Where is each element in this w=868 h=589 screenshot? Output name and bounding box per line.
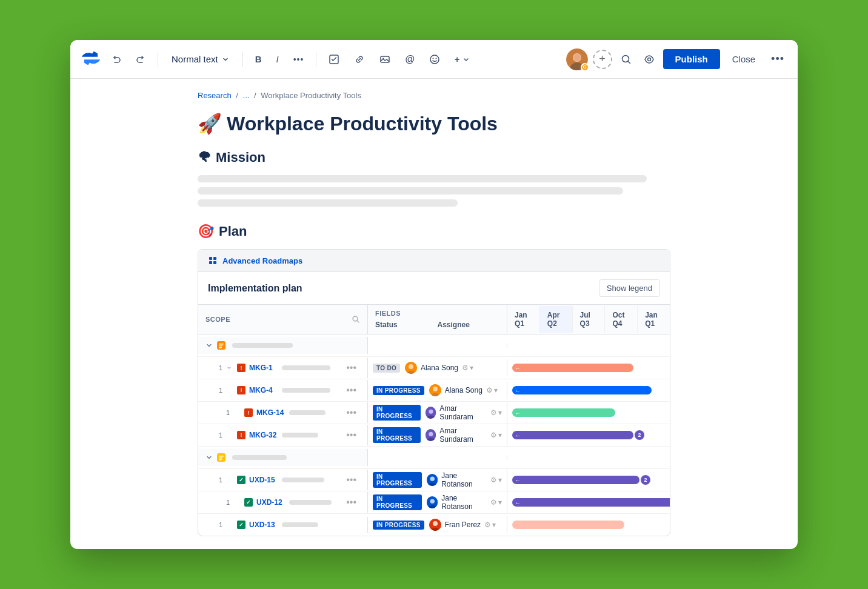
uxd-15-timeline: ← 2: [507, 469, 670, 491]
mkg-1-scope: 1 ! MKG-1 •••: [198, 358, 368, 378]
content-area: Research / ... / Workplace Productivity …: [161, 79, 707, 549]
row-mkg-14: 1 ! MKG-14 ••• IN PROGRESS: [198, 402, 670, 424]
mkg-32-more-button[interactable]: •••: [342, 428, 360, 442]
mkg-1-assignee-controls: ⚙ ▾: [462, 364, 473, 372]
italic-button[interactable]: I: [272, 50, 284, 68]
mention-button[interactable]: @: [400, 50, 419, 68]
mkg-1-more-button[interactable]: •••: [342, 361, 360, 374]
uxd-13-key[interactable]: UXD-13: [249, 521, 278, 529]
redo-button[interactable]: [131, 51, 150, 68]
user-avatar-wrap[interactable]: G: [566, 48, 588, 70]
mkg-4-more-button[interactable]: •••: [342, 384, 360, 397]
undo-button[interactable]: [107, 51, 126, 68]
mkg-1-expand[interactable]: [226, 365, 232, 371]
uxd-15-more-button[interactable]: •••: [342, 473, 360, 487]
scope-search-icon[interactable]: [352, 315, 360, 324]
mission-content: [198, 175, 670, 207]
avatar-badge: G: [581, 63, 589, 72]
roadmap-table: SCOPE FIELDS Status Assignee: [198, 305, 670, 536]
confluence-logo: [80, 47, 102, 72]
bold-button[interactable]: B: [250, 50, 267, 68]
toolbar: Normal text B I •••: [70, 40, 798, 79]
row-mkg-32: 1 ! MKG-32 ••• IN PROGRESS: [198, 424, 670, 447]
quarter-1: Jan Q1: [507, 306, 540, 333]
uxd-12-more-button[interactable]: •••: [342, 496, 360, 509]
add-more-button[interactable]: +: [450, 51, 474, 68]
text-style-button[interactable]: Normal text: [165, 50, 235, 68]
uxd-15-status: IN PROGRESS: [373, 472, 422, 488]
mkg-4-timeline: ←: [507, 379, 670, 401]
plan-emoji: 🎯: [198, 224, 214, 239]
add-collaborator-button[interactable]: +: [593, 50, 612, 69]
breadcrumb-part-1[interactable]: Research: [198, 91, 232, 100]
quarter-4: Oct Q4: [605, 306, 638, 333]
mkg-32-key[interactable]: MKG-32: [249, 431, 278, 439]
mkg-4-key[interactable]: MKG-4: [249, 386, 278, 394]
roadmap-header-title: Advanced Roadmaps: [222, 256, 302, 265]
group-2-scope: [198, 449, 368, 466]
mkg-32-title-bar: [282, 433, 318, 438]
svg-point-26: [433, 387, 438, 391]
uxd-15-settings-btn[interactable]: ⚙: [490, 476, 497, 484]
mkg-4-chevron-btn[interactable]: ▾: [494, 386, 498, 394]
uxd-15-chevron-btn[interactable]: ▾: [498, 476, 502, 484]
roadmap-icon: [208, 256, 218, 265]
mkg-14-key[interactable]: MKG-14: [256, 408, 285, 417]
mkg-32-bar: ← 2: [512, 431, 633, 439]
image-button[interactable]: [375, 50, 395, 68]
row-uxd-15: 1 ✓ UXD-15 ••• IN PROGRESS: [198, 469, 670, 491]
watch-button[interactable]: [640, 50, 658, 68]
mkg-4-settings-btn[interactable]: ⚙: [486, 386, 493, 394]
svg-point-39: [430, 476, 434, 481]
uxd-15-assignee-cell: Jane Rotanson ⚙ ▾: [422, 471, 502, 488]
mkg-14-settings-btn[interactable]: ⚙: [490, 408, 497, 417]
link-button[interactable]: [349, 50, 370, 68]
title-text: Workplace Productivity Tools: [227, 113, 498, 135]
toolbar-right: G + Publish Close •••: [566, 48, 788, 70]
mkg-1-key[interactable]: MKG-1: [249, 364, 278, 372]
toolbar-divider-2: [242, 52, 243, 67]
uxd-15-assignee-avatar: [427, 474, 438, 486]
uxd-13-assignee-avatar: [429, 519, 441, 531]
uxd-13-settings-btn[interactable]: ⚙: [484, 521, 491, 529]
mkg-1-chevron-btn[interactable]: ▾: [470, 364, 473, 372]
uxd-13-fields: IN PROGRESS Fran Perez ⚙ ▾: [368, 516, 507, 533]
group-1-scope: [198, 337, 368, 354]
mkg-32-chevron-btn[interactable]: ▾: [498, 431, 502, 439]
expand-icon-2[interactable]: [205, 454, 213, 461]
quarter-2: Apr Q2: [540, 306, 573, 333]
timeline-header: Jan Q1 Apr Q2 Jul Q3 Oct Q4 Jan Q1: [507, 305, 670, 334]
uxd-12-key[interactable]: UXD-12: [256, 498, 285, 507]
uxd-12-settings-btn[interactable]: ⚙: [490, 498, 497, 507]
task-button[interactable]: [324, 50, 344, 68]
uxd-12-status: IN PROGRESS: [373, 494, 422, 510]
uxd-12-chevron-btn[interactable]: ▾: [498, 498, 502, 507]
mkg-1-settings-btn[interactable]: ⚙: [462, 364, 469, 372]
mkg-32-settings-btn[interactable]: ⚙: [490, 431, 497, 439]
breadcrumb-ellipsis[interactable]: ...: [243, 91, 250, 100]
uxd-12-title-bar: [289, 500, 332, 505]
group-row-1: [198, 334, 670, 357]
more-format-button[interactable]: •••: [289, 51, 309, 68]
emoji-button[interactable]: [424, 50, 445, 68]
mkg-14-assignee-name: Amar Sundaram: [439, 404, 487, 421]
mkg-14-chevron-btn[interactable]: ▾: [498, 408, 502, 417]
close-button[interactable]: Close: [725, 49, 763, 69]
uxd-13-chevron-btn[interactable]: ▾: [492, 521, 496, 529]
uxd-12-bar: ← 2: [512, 498, 670, 507]
more-actions-button[interactable]: •••: [767, 49, 788, 69]
mkg-4-bar: ←: [512, 386, 652, 394]
mkg-14-more-button[interactable]: •••: [342, 406, 360, 419]
uxd-12-timeline: ← 2: [507, 491, 670, 513]
publish-button[interactable]: Publish: [663, 49, 720, 69]
uxd-15-title-bar: [282, 478, 324, 482]
breadcrumb: Research / ... / Workplace Productivity …: [198, 91, 670, 100]
show-legend-button[interactable]: Show legend: [599, 279, 660, 297]
search-button[interactable]: [617, 50, 635, 68]
mkg-32-status: IN PROGRESS: [373, 427, 421, 443]
mkg-14-scope: 1 ! MKG-14 •••: [198, 402, 368, 423]
uxd-12-fields: IN PROGRESS Jane Rotanson ⚙ ▾: [368, 491, 507, 513]
assignee-col-header: Assignee: [438, 321, 500, 329]
uxd-15-key[interactable]: UXD-15: [249, 476, 278, 484]
expand-icon-1[interactable]: [205, 342, 213, 349]
